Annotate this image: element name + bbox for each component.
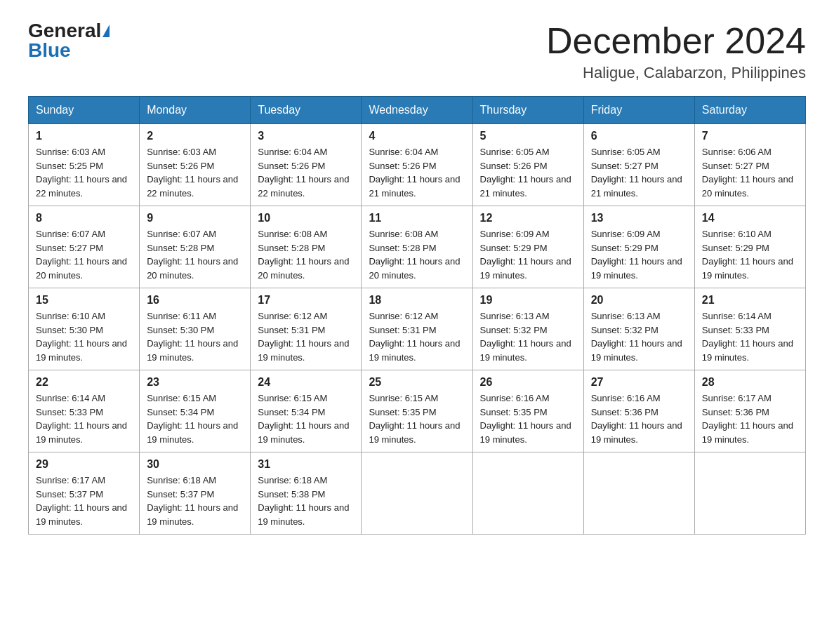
day-info: Sunrise: 6:15 AMSunset: 5:34 PMDaylight:… <box>147 393 238 445</box>
calendar-cell: 6 Sunrise: 6:05 AMSunset: 5:27 PMDayligh… <box>583 124 694 206</box>
day-number: 5 <box>480 130 576 142</box>
day-info: Sunrise: 6:04 AMSunset: 5:26 PMDaylight:… <box>258 147 349 199</box>
calendar-cell: 27 Sunrise: 6:16 AMSunset: 5:36 PMDaylig… <box>583 370 694 452</box>
calendar-cell: 18 Sunrise: 6:12 AMSunset: 5:31 PMDaylig… <box>362 288 472 370</box>
logo-general-text: General <box>28 21 101 41</box>
calendar-cell <box>583 452 694 535</box>
day-info: Sunrise: 6:14 AMSunset: 5:33 PMDaylight:… <box>36 393 127 445</box>
day-info: Sunrise: 6:13 AMSunset: 5:32 PMDaylight:… <box>591 311 682 363</box>
day-info: Sunrise: 6:15 AMSunset: 5:35 PMDaylight:… <box>369 393 460 445</box>
calendar-cell: 20 Sunrise: 6:13 AMSunset: 5:32 PMDaylig… <box>583 288 694 370</box>
day-number: 21 <box>702 294 798 307</box>
day-number: 17 <box>258 294 354 307</box>
day-info: Sunrise: 6:15 AMSunset: 5:34 PMDaylight:… <box>258 393 349 445</box>
day-number: 14 <box>702 212 798 224</box>
calendar-cell: 2 Sunrise: 6:03 AMSunset: 5:26 PMDayligh… <box>140 124 251 206</box>
day-number: 29 <box>36 458 132 471</box>
calendar-header-wednesday: Wednesday <box>362 97 472 124</box>
day-info: Sunrise: 6:07 AMSunset: 5:28 PMDaylight:… <box>147 229 238 281</box>
day-number: 26 <box>480 376 576 389</box>
calendar-cell: 1 Sunrise: 6:03 AMSunset: 5:25 PMDayligh… <box>29 124 140 206</box>
day-info: Sunrise: 6:16 AMSunset: 5:36 PMDaylight:… <box>591 393 682 445</box>
week-row-3: 15 Sunrise: 6:10 AMSunset: 5:30 PMDaylig… <box>29 288 806 370</box>
day-info: Sunrise: 6:18 AMSunset: 5:37 PMDaylight:… <box>147 475 238 527</box>
day-info: Sunrise: 6:13 AMSunset: 5:32 PMDaylight:… <box>480 311 571 363</box>
calendar-cell: 8 Sunrise: 6:07 AMSunset: 5:27 PMDayligh… <box>29 206 140 288</box>
day-number: 1 <box>36 130 132 142</box>
day-number: 31 <box>258 458 354 471</box>
location-subtitle: Haligue, Calabarzon, Philippines <box>546 64 806 82</box>
day-info: Sunrise: 6:10 AMSunset: 5:29 PMDaylight:… <box>702 229 793 281</box>
day-number: 4 <box>369 130 465 142</box>
calendar-cell: 14 Sunrise: 6:10 AMSunset: 5:29 PMDaylig… <box>694 206 805 288</box>
day-number: 25 <box>369 376 465 389</box>
day-number: 11 <box>369 212 465 224</box>
calendar-cell: 25 Sunrise: 6:15 AMSunset: 5:35 PMDaylig… <box>362 370 472 452</box>
day-number: 24 <box>258 376 354 389</box>
calendar-cell: 4 Sunrise: 6:04 AMSunset: 5:26 PMDayligh… <box>362 124 472 206</box>
day-number: 8 <box>36 212 132 224</box>
day-number: 9 <box>147 212 243 224</box>
day-number: 23 <box>147 376 243 389</box>
calendar-cell: 3 Sunrise: 6:04 AMSunset: 5:26 PMDayligh… <box>251 124 362 206</box>
day-info: Sunrise: 6:08 AMSunset: 5:28 PMDaylight:… <box>369 229 460 281</box>
day-number: 12 <box>480 212 576 224</box>
calendar-cell: 9 Sunrise: 6:07 AMSunset: 5:28 PMDayligh… <box>140 206 251 288</box>
day-number: 19 <box>480 294 576 307</box>
calendar-cell: 17 Sunrise: 6:12 AMSunset: 5:31 PMDaylig… <box>251 288 362 370</box>
calendar-header-thursday: Thursday <box>472 97 583 124</box>
calendar-cell: 24 Sunrise: 6:15 AMSunset: 5:34 PMDaylig… <box>251 370 362 452</box>
calendar-cell: 16 Sunrise: 6:11 AMSunset: 5:30 PMDaylig… <box>140 288 251 370</box>
logo: General Blue <box>28 21 110 60</box>
calendar-header-friday: Friday <box>583 97 694 124</box>
day-number: 22 <box>36 376 132 389</box>
day-number: 10 <box>258 212 354 224</box>
day-info: Sunrise: 6:17 AMSunset: 5:36 PMDaylight:… <box>702 393 793 445</box>
day-number: 2 <box>147 130 243 142</box>
day-info: Sunrise: 6:16 AMSunset: 5:35 PMDaylight:… <box>480 393 571 445</box>
day-number: 30 <box>147 458 243 471</box>
day-number: 7 <box>702 130 798 142</box>
calendar-cell: 13 Sunrise: 6:09 AMSunset: 5:29 PMDaylig… <box>583 206 694 288</box>
calendar-cell: 23 Sunrise: 6:15 AMSunset: 5:34 PMDaylig… <box>140 370 251 452</box>
day-info: Sunrise: 6:11 AMSunset: 5:30 PMDaylight:… <box>147 311 238 363</box>
calendar-cell: 30 Sunrise: 6:18 AMSunset: 5:37 PMDaylig… <box>140 452 251 535</box>
day-number: 15 <box>36 294 132 307</box>
day-number: 13 <box>591 212 687 224</box>
calendar-cell: 15 Sunrise: 6:10 AMSunset: 5:30 PMDaylig… <box>29 288 140 370</box>
day-info: Sunrise: 6:05 AMSunset: 5:26 PMDaylight:… <box>480 147 571 199</box>
day-info: Sunrise: 6:12 AMSunset: 5:31 PMDaylight:… <box>369 311 460 363</box>
calendar-cell: 28 Sunrise: 6:17 AMSunset: 5:36 PMDaylig… <box>694 370 805 452</box>
calendar-cell <box>694 452 805 535</box>
calendar-header-row: SundayMondayTuesdayWednesdayThursdayFrid… <box>29 97 806 124</box>
day-info: Sunrise: 6:04 AMSunset: 5:26 PMDaylight:… <box>369 147 460 199</box>
day-info: Sunrise: 6:10 AMSunset: 5:30 PMDaylight:… <box>36 311 127 363</box>
calendar-cell <box>362 452 472 535</box>
day-info: Sunrise: 6:07 AMSunset: 5:27 PMDaylight:… <box>36 229 127 281</box>
page-header: General Blue December 2024 Haligue, Cala… <box>28 21 806 82</box>
logo-triangle-icon <box>102 25 110 37</box>
day-info: Sunrise: 6:09 AMSunset: 5:29 PMDaylight:… <box>591 229 682 281</box>
week-row-4: 22 Sunrise: 6:14 AMSunset: 5:33 PMDaylig… <box>29 370 806 452</box>
logo-blue-text: Blue <box>28 41 71 60</box>
calendar-cell: 31 Sunrise: 6:18 AMSunset: 5:38 PMDaylig… <box>251 452 362 535</box>
week-row-5: 29 Sunrise: 6:17 AMSunset: 5:37 PMDaylig… <box>29 452 806 535</box>
day-info: Sunrise: 6:06 AMSunset: 5:27 PMDaylight:… <box>702 147 793 199</box>
calendar-table: SundayMondayTuesdayWednesdayThursdayFrid… <box>28 96 806 535</box>
day-number: 28 <box>702 376 798 389</box>
day-info: Sunrise: 6:18 AMSunset: 5:38 PMDaylight:… <box>258 475 349 527</box>
calendar-cell: 22 Sunrise: 6:14 AMSunset: 5:33 PMDaylig… <box>29 370 140 452</box>
day-number: 16 <box>147 294 243 307</box>
calendar-cell: 11 Sunrise: 6:08 AMSunset: 5:28 PMDaylig… <box>362 206 472 288</box>
title-block: December 2024 Haligue, Calabarzon, Phili… <box>546 21 806 82</box>
day-number: 6 <box>591 130 687 142</box>
day-info: Sunrise: 6:05 AMSunset: 5:27 PMDaylight:… <box>591 147 682 199</box>
calendar-cell: 10 Sunrise: 6:08 AMSunset: 5:28 PMDaylig… <box>251 206 362 288</box>
day-number: 20 <box>591 294 687 307</box>
day-number: 3 <box>258 130 354 142</box>
day-info: Sunrise: 6:17 AMSunset: 5:37 PMDaylight:… <box>36 475 127 527</box>
calendar-cell <box>472 452 583 535</box>
day-info: Sunrise: 6:03 AMSunset: 5:25 PMDaylight:… <box>36 147 127 199</box>
day-info: Sunrise: 6:12 AMSunset: 5:31 PMDaylight:… <box>258 311 349 363</box>
calendar-cell: 29 Sunrise: 6:17 AMSunset: 5:37 PMDaylig… <box>29 452 140 535</box>
